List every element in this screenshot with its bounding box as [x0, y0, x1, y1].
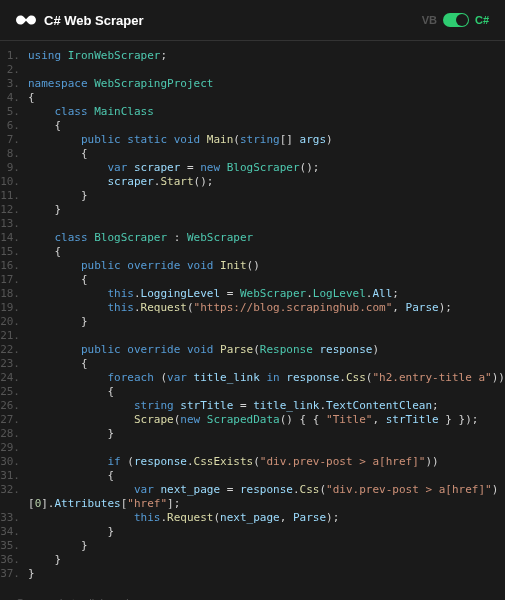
line-number: 8. — [0, 147, 28, 161]
code-line: 16. public override void Init() — [0, 259, 505, 273]
code-line: 7. public static void Main(string[] args… — [0, 133, 505, 147]
line-number: 22. — [0, 343, 28, 357]
line-number: 16. — [0, 259, 28, 273]
line-number: 25. — [0, 385, 28, 399]
line-number: 27. — [0, 413, 28, 427]
lang-csharp-label[interactable]: C# — [475, 14, 489, 26]
code-line: 19. this.Request("https://blog.scrapingh… — [0, 301, 505, 315]
line-content: { — [28, 385, 114, 399]
code-line: 13. — [0, 217, 505, 231]
line-number: 6. — [0, 119, 28, 133]
code-line: 18. this.LoggingLevel = WebScraper.LogLe… — [0, 287, 505, 301]
line-number: 33. — [0, 511, 28, 525]
line-content: foreach (var title_link in response.Css(… — [28, 371, 505, 385]
line-content: class MainClass — [28, 105, 154, 119]
line-content: Scrape(new ScrapedData() { { "Title", st… — [28, 413, 478, 427]
line-number: 19. — [0, 301, 28, 315]
code-line: 5. class MainClass — [0, 105, 505, 119]
line-number: 5. — [0, 105, 28, 119]
code-line: 20. } — [0, 315, 505, 329]
code-line: 33. this.Request(next_page, Parse); — [0, 511, 505, 525]
language-toggle[interactable] — [443, 13, 469, 27]
line-number: 15. — [0, 245, 28, 259]
code-line: 22. public override void Parse(Response … — [0, 343, 505, 357]
line-number: 12. — [0, 203, 28, 217]
header-left: C# Web Scraper — [16, 10, 143, 30]
code-line: 21. — [0, 329, 505, 343]
copy-code-button[interactable]: Copy code to clipboard — [0, 589, 505, 600]
line-content: namespace WebScrapingProject — [28, 77, 213, 91]
line-content: var next_page = response.Css("div.prev-p… — [28, 483, 498, 497]
line-content: string strTitle = title_link.TextContent… — [28, 399, 439, 413]
line-content: { — [28, 245, 61, 259]
code-line: 30. if (response.CssExists("div.prev-pos… — [0, 455, 505, 469]
line-number: 31. — [0, 469, 28, 483]
code-line: 25. { — [0, 385, 505, 399]
line-number: 26. — [0, 399, 28, 413]
line-number: 14. — [0, 231, 28, 245]
line-number: 32. — [0, 483, 28, 497]
code-line: 37.} — [0, 567, 505, 581]
code-line: 32. var next_page = response.Css("div.pr… — [0, 483, 505, 497]
code-line: 3.namespace WebScrapingProject — [0, 77, 505, 91]
code-line: 28. } — [0, 427, 505, 441]
code-line: 14. class BlogScraper : WebScraper — [0, 231, 505, 245]
code-line: 27. Scrape(new ScrapedData() { { "Title"… — [0, 413, 505, 427]
line-content: } — [28, 525, 114, 539]
code-line: 2. — [0, 63, 505, 77]
lang-vb-label[interactable]: VB — [422, 14, 437, 26]
line-content: } — [28, 567, 35, 581]
line-content: [0].Attributes["href"]; — [28, 497, 180, 511]
code-line: 12. } — [0, 203, 505, 217]
line-content: } — [28, 427, 114, 441]
toggle-knob — [456, 14, 468, 26]
line-number: 9. — [0, 161, 28, 175]
line-content: class BlogScraper : WebScraper — [28, 231, 253, 245]
line-number: 36. — [0, 553, 28, 567]
line-content: this.Request(next_page, Parse); — [28, 511, 339, 525]
line-content: using IronWebScraper; — [28, 49, 167, 63]
line-content: if (response.CssExists("div.prev-post > … — [28, 455, 439, 469]
line-content: { — [28, 273, 88, 287]
code-line: 17. { — [0, 273, 505, 287]
code-line: 24. foreach (var title_link in response.… — [0, 371, 505, 385]
line-number: 23. — [0, 357, 28, 371]
code-editor[interactable]: 1.using IronWebScraper;2.3.namespace Web… — [0, 41, 505, 589]
line-number: 30. — [0, 455, 28, 469]
line-content: var scraper = new BlogScraper(); — [28, 161, 319, 175]
line-content: this.LoggingLevel = WebScraper.LogLevel.… — [28, 287, 399, 301]
line-content: { — [28, 147, 88, 161]
line-number: 37. — [0, 567, 28, 581]
line-content: { — [28, 119, 61, 133]
line-content: } — [28, 315, 88, 329]
app-title: C# Web Scraper — [44, 13, 143, 28]
line-number: 20. — [0, 315, 28, 329]
code-line: [0].Attributes["href"]; — [0, 497, 505, 511]
header: C# Web Scraper VB C# — [0, 0, 505, 41]
code-line: 35. } — [0, 539, 505, 553]
line-number: 7. — [0, 133, 28, 147]
line-number: 3. — [0, 77, 28, 91]
line-number: 24. — [0, 371, 28, 385]
line-content: { — [28, 91, 35, 105]
code-line: 31. { — [0, 469, 505, 483]
code-line: 8. { — [0, 147, 505, 161]
line-content: } — [28, 539, 88, 553]
line-number: 29. — [0, 441, 28, 455]
line-number: 34. — [0, 525, 28, 539]
language-toggle-group: VB C# — [422, 13, 489, 27]
code-line: 23. { — [0, 357, 505, 371]
code-line: 1.using IronWebScraper; — [0, 49, 505, 63]
line-number: 4. — [0, 91, 28, 105]
line-content: { — [28, 469, 114, 483]
line-content: public static void Main(string[] args) — [28, 133, 333, 147]
line-content: } — [28, 203, 61, 217]
line-number: 11. — [0, 189, 28, 203]
code-line: 6. { — [0, 119, 505, 133]
code-line: 9. var scraper = new BlogScraper(); — [0, 161, 505, 175]
line-content: { — [28, 357, 88, 371]
line-number: 18. — [0, 287, 28, 301]
code-line: 26. string strTitle = title_link.TextCon… — [0, 399, 505, 413]
line-number: 17. — [0, 273, 28, 287]
code-line: 10. scraper.Start(); — [0, 175, 505, 189]
